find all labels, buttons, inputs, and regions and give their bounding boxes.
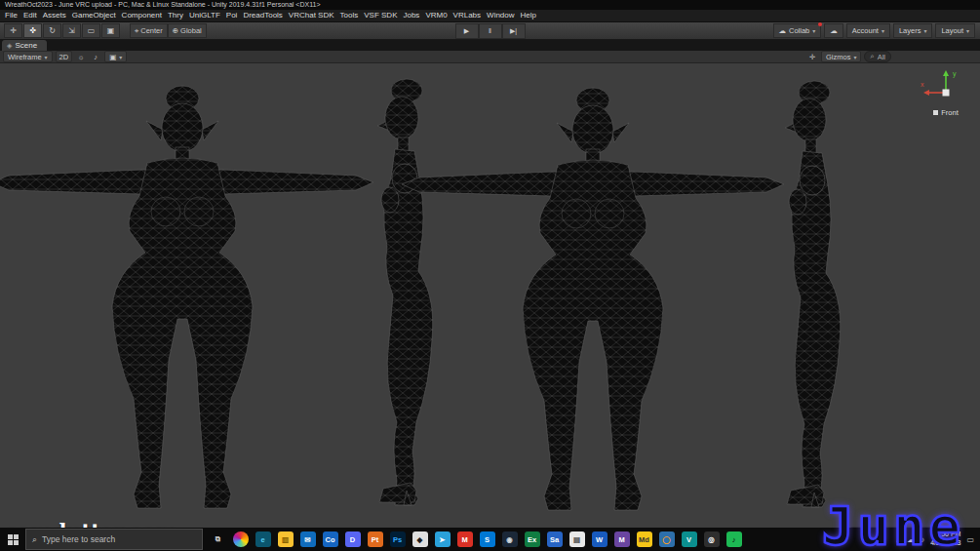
- edge-icon[interactable]: e: [252, 528, 274, 551]
- menu-item-vsf-sdk[interactable]: VSF SDK: [361, 10, 400, 21]
- scale-tool-icon[interactable]: ⇲: [62, 23, 81, 38]
- word-icon[interactable]: W: [588, 528, 610, 551]
- collab-dropdown[interactable]: ☁ Collab ▾: [773, 23, 822, 38]
- view-orientation-label[interactable]: Front: [920, 108, 972, 117]
- pivot-mode-button[interactable]: ⌖ Center: [130, 23, 168, 38]
- hand-tool-icon[interactable]: ✛: [4, 23, 22, 38]
- window-title: WreathOct2023 - June VRC upload - PC, Ma…: [5, 1, 320, 8]
- model-front-left[interactable]: [0, 86, 373, 508]
- layers-dropdown[interactable]: Layers ▾: [893, 23, 933, 38]
- rect-tool-icon[interactable]: ▭: [82, 23, 100, 38]
- menu-item-jobs[interactable]: Jobs: [400, 10, 422, 21]
- paint-tool-icon[interactable]: Pt: [364, 528, 386, 551]
- notification-center-icon[interactable]: ▭: [966, 535, 976, 544]
- menu-item-gameobject[interactable]: GameObject: [69, 10, 119, 21]
- model-side-right[interactable]: [785, 81, 841, 507]
- scene-tab-label: Scene: [15, 41, 37, 51]
- spotify-icon-glyph: ♪: [726, 531, 742, 547]
- scene-orientation-gizmo[interactable]: y x Front: [920, 67, 972, 117]
- pause-button[interactable]: ‖: [479, 23, 502, 39]
- effects-dropdown[interactable]: ▣ ▾: [104, 51, 127, 62]
- globe-icon: ⊕: [173, 26, 178, 35]
- sai-icon[interactable]: Sa: [543, 528, 566, 551]
- unity-icon-glyph: ◆: [412, 531, 428, 547]
- menu-item-vrlabs[interactable]: VRLabs: [451, 10, 484, 21]
- word-icon-glyph: W: [592, 531, 608, 547]
- move-tool-icon[interactable]: ✜: [23, 23, 42, 38]
- model-front-right[interactable]: [402, 88, 784, 510]
- blender-icon[interactable]: ◯: [655, 528, 678, 551]
- vscode-icon[interactable]: Co: [319, 528, 341, 551]
- menu-item-dreadtools[interactable]: DreadTools: [240, 10, 285, 21]
- layers-label: Layers: [899, 26, 921, 35]
- model-side-left[interactable]: [377, 79, 433, 505]
- vrchat-icon[interactable]: V: [678, 528, 700, 551]
- menu-bar-items: FileEditAssetsGameObjectComponentThryUni…: [2, 10, 539, 21]
- menu-item-tools[interactable]: Tools: [337, 10, 362, 21]
- collab-cloud-icon: ☁: [779, 26, 787, 35]
- chevron-down-icon: ▾: [119, 54, 122, 60]
- rainbow-app-icon[interactable]: [229, 528, 252, 551]
- mixer-app-icon[interactable]: M: [610, 528, 633, 551]
- rainbow-app-icon-glyph: [233, 531, 249, 547]
- vscode-icon-glyph: Co: [323, 531, 338, 547]
- file-explorer-icon[interactable]: ▥: [274, 528, 296, 551]
- obs-icon[interactable]: ◎: [700, 528, 723, 551]
- scene-tab-icon: ◈: [7, 41, 12, 51]
- menu-item-assets[interactable]: Assets: [40, 10, 69, 21]
- menu-item-vrchat-sdk[interactable]: VRChat SDK: [286, 10, 337, 21]
- unity-window: WreathOct2023 - June VRC upload - PC, Ma…: [0, 0, 980, 551]
- chevron-down-icon: ▾: [812, 27, 815, 34]
- medibang-icon-glyph: Md: [637, 531, 652, 547]
- menu-item-poi[interactable]: Poi: [223, 10, 241, 21]
- menu-item-help[interactable]: Help: [518, 10, 539, 21]
- menu-item-window[interactable]: Window: [484, 10, 517, 21]
- layout-dropdown[interactable]: Layout ▾: [935, 23, 975, 38]
- start-button[interactable]: [0, 528, 25, 551]
- tab-scene[interactable]: ◈ Scene: [2, 40, 47, 51]
- rotate-tool-icon[interactable]: ↻: [43, 23, 61, 38]
- draw-mode-dropdown[interactable]: Wireframe ▾: [3, 51, 53, 62]
- gizmos-label: Gizmos: [826, 53, 850, 61]
- 2d-toggle[interactable]: 2D: [56, 51, 73, 62]
- discord-icon[interactable]: D: [341, 528, 364, 551]
- main-toolbar: ✛ ✜ ↻ ⇲ ▭ ▣ ⌖ Center ⊕ Global ▶ ‖ ▶| ☁: [0, 22, 980, 40]
- scene-audio-icon[interactable]: ♪: [90, 52, 101, 61]
- scene-viewport[interactable]: y x Front: [0, 63, 980, 528]
- scene-search-box[interactable]: ⌕ All: [864, 51, 891, 62]
- unity-icon[interactable]: ◆: [409, 528, 431, 551]
- menu-item-file[interactable]: File: [2, 10, 20, 21]
- step-button[interactable]: ▶|: [502, 23, 526, 39]
- taskbar-search-input[interactable]: ⌕ Type here to search: [25, 529, 203, 550]
- menu-item-unigltf[interactable]: UniGLTF: [186, 10, 223, 21]
- scene-lighting-icon[interactable]: ☼: [75, 52, 87, 61]
- account-label: Account: [852, 26, 879, 35]
- menu-item-component[interactable]: Component: [119, 10, 165, 21]
- medibang-icon[interactable]: Md: [633, 528, 655, 551]
- cloud-button[interactable]: ☁: [824, 23, 843, 38]
- transform-tool-icon[interactable]: ▣: [101, 23, 120, 38]
- gmail-icon[interactable]: M: [453, 528, 476, 551]
- chevron-down-icon: ▾: [923, 27, 926, 34]
- steam-icon[interactable]: ◉: [498, 528, 521, 551]
- menu-item-vrm0[interactable]: VRM0: [422, 10, 450, 21]
- play-controls: ▶ ‖ ▶|: [455, 23, 526, 39]
- menu-item-edit[interactable]: Edit: [20, 10, 40, 21]
- gizmos-dropdown[interactable]: Gizmos ▾: [821, 51, 861, 62]
- menu-item-thry[interactable]: Thry: [165, 10, 186, 21]
- spotify-icon[interactable]: ♪: [723, 528, 745, 551]
- skype-icon[interactable]: S: [476, 528, 498, 551]
- mail-app-icon[interactable]: ✉: [296, 528, 319, 551]
- space-label: Global: [180, 26, 202, 35]
- account-dropdown[interactable]: Account ▾: [846, 23, 890, 38]
- task-view-icon[interactable]: ⧉: [207, 528, 229, 551]
- play-button[interactable]: ▶: [455, 23, 479, 39]
- excel-icon[interactable]: Ex: [521, 528, 543, 551]
- notepad-icon[interactable]: ▤: [566, 528, 588, 551]
- camera-settings-icon[interactable]: ✛: [806, 52, 818, 61]
- space-mode-button[interactable]: ⊕ Global: [168, 23, 207, 38]
- axis-y-label: y: [953, 70, 957, 78]
- telegram-icon[interactable]: ➤: [431, 528, 453, 551]
- taskbar-app-icons: ⧉e▥✉CoDPtPs◆➤MS◉ExSa▤WMMd◯V◎♪: [207, 528, 745, 551]
- photoshop-icon[interactable]: Ps: [386, 528, 409, 551]
